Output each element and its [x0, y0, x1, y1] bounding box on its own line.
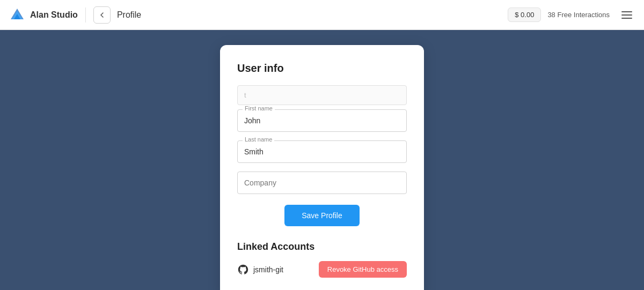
last-name-input[interactable]	[237, 140, 407, 163]
first-name-field: First name	[237, 109, 407, 132]
first-name-group: First name	[237, 109, 407, 132]
user-info-title: User info	[237, 62, 407, 75]
last-name-field: Last name	[237, 140, 407, 163]
revoke-github-button[interactable]: Revoke GitHub access	[319, 261, 407, 278]
balance-badge: $ 0.00	[508, 8, 541, 22]
balance-value: $ 0.00	[515, 11, 534, 19]
app-header: Alan Studio Profile $ 0.00 38 Free Inter…	[0, 0, 644, 30]
github-info: jsmith-git	[237, 264, 283, 276]
back-button[interactable]	[93, 6, 111, 24]
github-row: jsmith-git Revoke GitHub access	[237, 261, 407, 278]
menu-button[interactable]	[618, 6, 635, 24]
menu-icon-line3	[621, 18, 632, 19]
github-icon	[237, 264, 249, 276]
menu-icon-line1	[621, 11, 632, 12]
company-group	[237, 172, 407, 194]
company-input[interactable]	[237, 172, 407, 194]
header-right: $ 0.00 38 Free Interactions	[508, 6, 635, 24]
alan-logo-icon	[9, 6, 26, 24]
linked-accounts-title: Linked Accounts	[237, 241, 407, 252]
last-name-group: Last name	[237, 140, 407, 163]
first-name-input[interactable]	[237, 109, 407, 132]
main-content: User info First name Last name Save Prof…	[0, 30, 644, 290]
profile-card: User info First name Last name Save Prof…	[220, 45, 424, 290]
interactions-badge: 38 Free Interactions	[547, 11, 610, 19]
save-profile-button[interactable]: Save Profile	[284, 205, 360, 226]
page-title: Profile	[117, 10, 141, 20]
header-divider	[85, 8, 86, 23]
logo: Alan Studio	[9, 6, 78, 24]
email-input[interactable]	[237, 85, 407, 105]
chevron-left-icon	[98, 11, 106, 19]
linked-accounts-section: Linked Accounts jsmith-git Revoke GitHub…	[237, 241, 407, 278]
github-username: jsmith-git	[253, 265, 283, 274]
menu-icon-line2	[621, 14, 632, 16]
logo-text: Alan Studio	[30, 10, 78, 20]
email-field-group	[237, 85, 407, 105]
